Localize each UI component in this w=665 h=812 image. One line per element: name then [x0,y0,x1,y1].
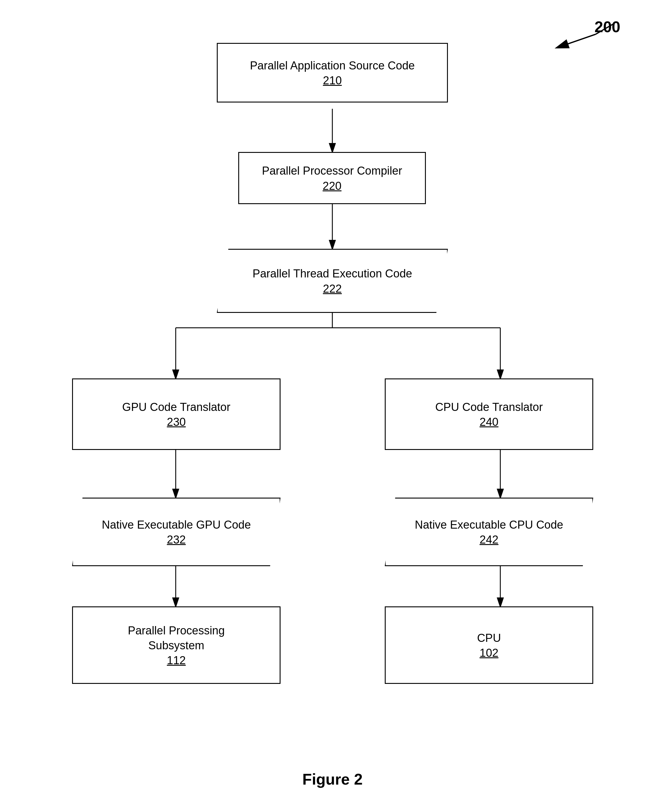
gpu-translator-label: GPU Code Translator [122,400,230,415]
native-gpu-box: Native Executable GPU Code 232 [72,498,280,566]
native-gpu-number: 232 [167,533,185,546]
cpu-box: CPU 102 [385,606,593,684]
native-cpu-number: 242 [480,533,498,546]
native-cpu-label: Native Executable CPU Code [415,518,563,532]
native-gpu-label: Native Executable GPU Code [102,518,251,532]
pp-subsystem-box: Parallel Processing Subsystem 112 [72,606,280,684]
gpu-translator-number: 230 [167,416,185,428]
svg-line-12 [557,34,596,48]
cpu-translator-box: CPU Code Translator 240 [385,379,593,450]
native-cpu-box: Native Executable CPU Code 242 [385,498,593,566]
diagram: Parallel Application Source Code 210 Par… [0,0,665,812]
pp-subsystem-label: Parallel Processing Subsystem [128,623,224,653]
cpu-number: 102 [480,646,498,659]
ptx-code-label: Parallel Thread Execution Code [252,266,412,281]
figure-caption: Figure 2 [302,770,362,788]
cpu-translator-label: CPU Code Translator [435,400,542,415]
compiler-number: 220 [323,180,341,192]
cpu-translator-number: 240 [480,416,498,428]
ptx-code-number: 222 [323,282,342,295]
source-code-number: 210 [323,74,342,87]
cpu-label: CPU [477,631,501,645]
source-code-box: Parallel Application Source Code 210 [217,43,448,102]
ptx-code-box: Parallel Thread Execution Code 222 [217,249,448,313]
source-code-label: Parallel Application Source Code [250,58,414,73]
gpu-translator-box: GPU Code Translator 230 [72,379,280,450]
reference-number: 200 [595,18,620,36]
compiler-box: Parallel Processor Compiler 220 [238,152,426,204]
pp-subsystem-number: 112 [167,654,185,667]
compiler-label: Parallel Processor Compiler [262,164,402,178]
